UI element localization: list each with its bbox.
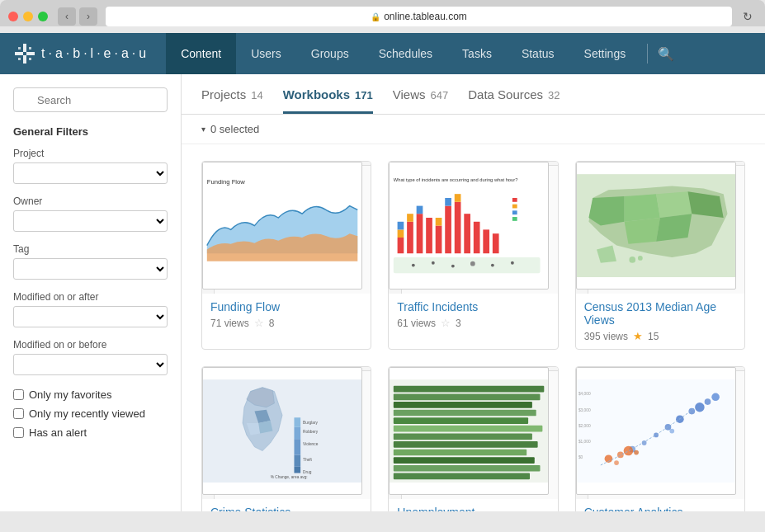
- svg-point-79: [704, 398, 711, 405]
- card-title-census[interactable]: Census 2013 Median Age Views: [584, 300, 736, 327]
- svg-rect-19: [436, 218, 442, 226]
- nav-item-users[interactable]: Users: [236, 33, 296, 74]
- filter-select-project[interactable]: [13, 162, 168, 184]
- nav-item-groups[interactable]: Groups: [296, 33, 364, 74]
- svg-point-34: [511, 261, 514, 265]
- minimize-button[interactable]: [23, 12, 33, 21]
- funding-flow-chart: Funding Flow: [203, 162, 361, 289]
- workbook-card-traffic-incidents[interactable]: What type of incidents are occurring and…: [388, 161, 558, 350]
- svg-rect-62: [394, 433, 532, 440]
- card-thumb-unemployment: [389, 367, 557, 499]
- svg-rect-26: [484, 229, 490, 253]
- card-title-unemployment[interactable]: Unemployment: [397, 506, 549, 511]
- card-thumb-traffic-incidents: What type of incidents are occurring and…: [389, 162, 557, 294]
- checkbox-favorites-input[interactable]: [13, 389, 24, 400]
- svg-rect-64: [394, 450, 527, 456]
- filter-select-modified-after[interactable]: [13, 306, 168, 327]
- nav-item-tasks[interactable]: Tasks: [447, 33, 507, 74]
- svg-rect-58: [394, 402, 532, 408]
- workbook-card-unemployment[interactable]: Unemployment 112 views ☆ 4: [388, 366, 558, 511]
- close-button[interactable]: [8, 12, 18, 21]
- star-icon-funding-flow[interactable]: ☆: [254, 317, 264, 329]
- workbook-card-census[interactable]: Census 2013 Median Age Views 395 views ★…: [575, 161, 745, 350]
- svg-text:$4,000: $4,000: [578, 392, 591, 396]
- svg-rect-27: [493, 233, 499, 253]
- svg-text:Funding Flow: Funding Flow: [207, 178, 246, 186]
- star-icon-census[interactable]: ★: [633, 330, 643, 342]
- search-input[interactable]: [13, 87, 168, 112]
- tab-workbooks-count: 171: [355, 89, 373, 101]
- card-thumb-main-funding-flow: Funding Flow: [202, 162, 362, 290]
- tab-data-sources[interactable]: Data Sources 32: [468, 87, 560, 111]
- svg-rect-28: [394, 257, 541, 273]
- card-thumb-main-census: [576, 162, 736, 290]
- card-info-unemployment: Unemployment 112 views ☆ 4: [389, 499, 557, 511]
- checkbox-has-alert[interactable]: Has an alert: [13, 426, 168, 439]
- svg-rect-37: [512, 210, 517, 214]
- maximize-button[interactable]: [38, 12, 48, 21]
- svg-point-85: [617, 452, 624, 459]
- workbook-card-crime[interactable]: UK Crime Statistics: [201, 366, 371, 511]
- svg-rect-16: [417, 206, 423, 214]
- logo: t·a·b·l·e·a·u: [13, 42, 149, 65]
- workbook-card-funding-flow[interactable]: Funding Flow Funding Flow: [201, 161, 371, 350]
- svg-rect-17: [427, 218, 433, 253]
- star-icon-traffic[interactable]: ☆: [441, 317, 451, 329]
- checkbox-recently-viewed[interactable]: Only my recently viewed: [13, 407, 168, 420]
- card-info-crime: Crime Statistics 74 views ☆ 5: [202, 499, 371, 511]
- filter-group-modified-before: Modified on or before: [13, 339, 168, 375]
- filter-select-tag[interactable]: [13, 258, 168, 280]
- traffic-lights: [8, 12, 48, 21]
- logo-text: t·a·b·l·e·a·u: [41, 46, 149, 61]
- svg-rect-44: [294, 467, 300, 473]
- svg-text:Violence: Violence: [303, 442, 319, 446]
- checkbox-recently-viewed-input[interactable]: [13, 408, 24, 419]
- selection-bar[interactable]: ▾ 0 selected: [182, 115, 765, 144]
- card-thumb-census: [576, 162, 744, 294]
- svg-text:% Change, area avg:: % Change, area avg:: [271, 475, 308, 479]
- card-title-funding-flow[interactable]: Funding Flow: [210, 300, 362, 313]
- address-bar[interactable]: 🔒 online.tableau.com: [106, 7, 732, 26]
- tab-views[interactable]: Views 647: [393, 87, 448, 111]
- views-traffic: 61 views: [397, 318, 436, 329]
- views-census: 395 views: [584, 331, 628, 342]
- svg-rect-68: [577, 379, 735, 483]
- svg-point-78: [695, 403, 705, 412]
- svg-rect-23: [455, 194, 461, 202]
- back-button[interactable]: ‹: [58, 7, 76, 26]
- tab-views-count: 647: [431, 89, 449, 101]
- tab-projects[interactable]: Projects 14: [201, 87, 263, 111]
- svg-rect-6: [18, 58, 21, 60]
- search-icon[interactable]: 🔍: [658, 46, 674, 62]
- checkbox-has-alert-input[interactable]: [13, 427, 24, 438]
- workbook-card-customer[interactable]: $4,000 $3,000 $2,000 $1,000 $0: [575, 366, 745, 511]
- svg-point-31: [451, 265, 455, 268]
- filter-select-modified-before[interactable]: [13, 354, 168, 375]
- filter-select-owner[interactable]: [13, 210, 168, 232]
- svg-rect-13: [407, 222, 413, 253]
- svg-text:$1,000: $1,000: [578, 440, 591, 444]
- nav-item-status[interactable]: Status: [507, 33, 569, 74]
- traffic-chart: What type of incidents are occurring and…: [390, 162, 548, 289]
- forward-button[interactable]: ›: [79, 7, 97, 26]
- svg-rect-45: [294, 454, 300, 466]
- svg-rect-15: [417, 214, 423, 253]
- tab-workbooks[interactable]: Workbooks 171: [283, 87, 373, 114]
- tableau-logo-icon: [13, 42, 36, 65]
- filter-group-project: Project: [13, 148, 168, 184]
- filter-label-modified-after: Modified on or after: [13, 291, 168, 303]
- nav-item-content[interactable]: Content: [166, 33, 236, 74]
- card-title-crime[interactable]: Crime Statistics: [210, 506, 362, 511]
- nav-item-schedules[interactable]: Schedules: [364, 33, 447, 74]
- svg-rect-4: [18, 47, 21, 49]
- card-title-traffic[interactable]: Traffic Incidents: [397, 300, 549, 313]
- checkbox-favorites[interactable]: Only my favorites: [13, 388, 168, 401]
- svg-text:Drug: Drug: [303, 470, 312, 474]
- svg-text:$2,000: $2,000: [578, 424, 591, 428]
- top-nav: t·a·b·l·e·a·u Content Users Groups Sched…: [0, 33, 765, 74]
- browser-titlebar: ‹ › 🔒 online.tableau.com ↻: [8, 7, 757, 26]
- nav-item-settings[interactable]: Settings: [569, 33, 641, 74]
- browser-chrome: ‹ › 🔒 online.tableau.com ↻: [0, 0, 765, 26]
- card-title-customer[interactable]: Customer Analytics: [584, 506, 736, 511]
- reload-button[interactable]: ↻: [739, 7, 757, 26]
